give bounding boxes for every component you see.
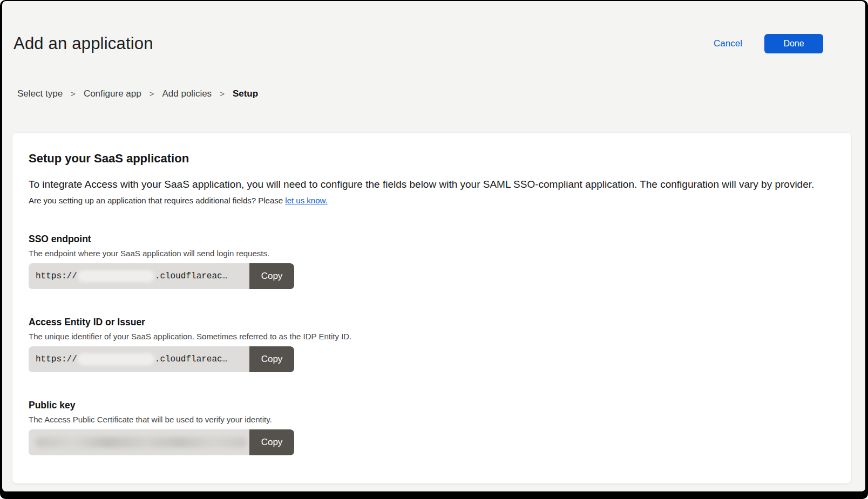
entity-id-value-suffix: .cloudflareac… bbox=[155, 354, 227, 364]
sso-endpoint-value: https://.cloudflareac… bbox=[29, 263, 249, 289]
breadcrumb-add-policies[interactable]: Add policies bbox=[162, 88, 212, 99]
public-key-copy-button[interactable]: Copy bbox=[249, 429, 294, 455]
entity-id-label: Access Entity ID or Issuer bbox=[29, 316, 835, 328]
entity-id-section: Access Entity ID or Issuer The unique id… bbox=[29, 316, 835, 372]
cancel-button[interactable]: Cancel bbox=[714, 38, 742, 49]
sso-endpoint-section: SSO endpoint The endpoint where your Saa… bbox=[29, 233, 835, 289]
card-title: Setup your SaaS application bbox=[29, 151, 835, 166]
sso-endpoint-value-prefix: https:// bbox=[36, 271, 77, 281]
done-button[interactable]: Done bbox=[764, 34, 823, 53]
breadcrumb-separator: > bbox=[220, 88, 225, 99]
add-application-page: Add an application Cancel Done Select ty… bbox=[2, 1, 865, 491]
entity-id-copy-button[interactable]: Copy bbox=[249, 346, 294, 372]
entity-id-field: https://.cloudflareac… Copy bbox=[29, 346, 294, 372]
breadcrumb-setup: Setup bbox=[233, 88, 258, 99]
card-note-text: Are you setting up an application that r… bbox=[29, 196, 283, 205]
public-key-description: The Access Public Certificate that will … bbox=[29, 414, 835, 425]
entity-id-description: The unique identifier of your SaaS appli… bbox=[29, 331, 835, 342]
let-us-know-link[interactable]: let us know. bbox=[285, 196, 327, 205]
sso-endpoint-label: SSO endpoint bbox=[29, 233, 835, 245]
redacted-team-name bbox=[78, 270, 154, 282]
redacted-team-name bbox=[78, 353, 154, 365]
card-note: Are you setting up an application that r… bbox=[29, 195, 835, 206]
page-title: Add an application bbox=[13, 31, 153, 56]
entity-id-value-prefix: https:// bbox=[36, 354, 77, 364]
sso-endpoint-field: https://.cloudflareac… Copy bbox=[29, 263, 294, 289]
sso-endpoint-description: The endpoint where your SaaS application… bbox=[29, 248, 835, 259]
public-key-field: Copy bbox=[29, 429, 294, 455]
entity-id-value: https://.cloudflareac… bbox=[29, 346, 249, 372]
public-key-label: Public key bbox=[29, 399, 835, 411]
sso-endpoint-value-suffix: .cloudflareac… bbox=[155, 271, 227, 281]
public-key-section: Public key The Access Public Certificate… bbox=[29, 399, 835, 455]
sso-endpoint-copy-button[interactable]: Copy bbox=[249, 263, 294, 289]
public-key-value bbox=[29, 429, 249, 455]
breadcrumb: Select type > Configure app > Add polici… bbox=[17, 88, 865, 99]
setup-card: Setup your SaaS application To integrate… bbox=[12, 132, 852, 484]
breadcrumb-select-type[interactable]: Select type bbox=[17, 88, 63, 99]
page-header: Add an application Cancel Done bbox=[13, 31, 823, 56]
breadcrumb-separator: > bbox=[71, 88, 76, 99]
breadcrumb-separator: > bbox=[150, 88, 154, 99]
header-actions: Cancel Done bbox=[714, 34, 823, 53]
redacted-public-key bbox=[36, 437, 247, 448]
card-intro-text: To integrate Access with your SaaS appli… bbox=[29, 177, 835, 192]
screenshot-frame: Add an application Cancel Done Select ty… bbox=[0, 0, 868, 499]
breadcrumb-configure-app[interactable]: Configure app bbox=[84, 88, 141, 99]
